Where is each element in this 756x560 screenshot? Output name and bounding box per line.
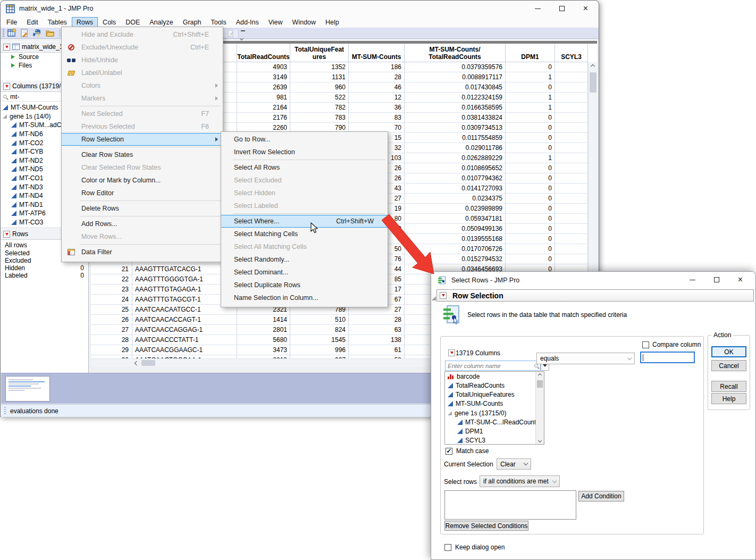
cell-dpm1[interactable]: 0	[506, 82, 555, 92]
vertical-scroll-thumb[interactable]	[590, 72, 597, 93]
cell-dpm1[interactable]: 0	[506, 62, 555, 72]
cell-dpm1[interactable]: 0	[506, 214, 555, 223]
menu-item-invert-row-selection[interactable]: Invert Row Selection	[221, 146, 388, 158]
cell-trc[interactable]: 2164	[237, 103, 290, 112]
cell-ratio[interactable]: 0.017430845	[405, 82, 506, 92]
dialog-column-item-totaluniquefeatures[interactable]: TotalUniqueFeatures	[445, 390, 535, 399]
menu-item-clear-row-states[interactable]: Clear Row States	[62, 148, 223, 161]
menu-item-delete-rows[interactable]: Delete Rows	[62, 202, 223, 215]
minimize-button[interactable]	[526, 1, 550, 16]
open-folder-icon[interactable]	[45, 28, 55, 38]
menubar-item-window[interactable]: Window	[288, 17, 321, 28]
dialog-maximize-button[interactable]	[704, 272, 728, 288]
rows-panel-red-triangle-icon[interactable]	[3, 231, 10, 238]
cell-msc[interactable]: 28	[349, 315, 405, 324]
cell-msc[interactable]: 28	[349, 72, 405, 82]
menu-item-select-where[interactable]: Select Where...Ctrl+Shift+W	[221, 215, 388, 228]
cell-ratio[interactable]: 0.0107794362	[405, 173, 506, 183]
menu-item-add-rows[interactable]: Add Rows...	[62, 218, 223, 230]
cell-scyl3[interactable]	[555, 153, 588, 163]
cell-ratio[interactable]: 0.0381433824	[405, 113, 506, 122]
dialog-search-input[interactable]	[448, 363, 534, 369]
cell-trc[interactable]: 2801	[237, 325, 290, 335]
close-button[interactable]: ×	[574, 1, 598, 16]
cell-scyl3[interactable]	[555, 183, 588, 193]
cell-tuf[interactable]: 522	[290, 93, 349, 102]
cell-n[interactable]: 25	[91, 305, 132, 314]
column-list-scroll-thumb[interactable]	[537, 380, 543, 388]
dialog-column-item-mt-sum-c-lreadcounts[interactable]: MT-SUM-C...lReadCounts	[445, 417, 535, 427]
cell-tuf[interactable]: 1545	[290, 335, 349, 345]
cell-ratio[interactable]: 0.0166358595	[405, 103, 506, 112]
python-icon[interactable]	[32, 28, 42, 38]
cell-dpm1[interactable]: 0	[506, 163, 555, 173]
cell-ratio[interactable]: 0.0379359576	[405, 62, 506, 72]
cell-trc[interactable]: 3473	[237, 345, 290, 355]
cell-n[interactable]: 27	[91, 325, 132, 335]
cell-dpm1[interactable]: 0	[506, 204, 555, 213]
dialog-column-item-mt-sum-counts[interactable]: MT-SUM-Counts	[445, 399, 535, 408]
cell-tuf[interactable]: 960	[290, 82, 349, 92]
cell-scyl3[interactable]	[555, 163, 588, 173]
cell-dpm1[interactable]: 0	[506, 143, 555, 153]
row-selection-red-triangle-icon[interactable]	[440, 292, 447, 299]
menubar-item-cols[interactable]: Cols	[98, 17, 121, 28]
cell-dpm1[interactable]: 1	[506, 93, 555, 102]
cell-dpm1[interactable]: 0	[506, 113, 555, 122]
cell-tuf[interactable]: 782	[290, 103, 349, 112]
cell-dpm1[interactable]: 0	[506, 254, 555, 264]
cell-trc[interactable]: 2639	[237, 82, 290, 92]
menubar-item-add-ins[interactable]: Add-Ins	[231, 17, 264, 28]
menubar-item-analyze[interactable]: Analyze	[145, 17, 178, 28]
scroll-up-icon[interactable]	[589, 62, 597, 71]
menu-item-select-all-rows[interactable]: Select All Rows	[221, 161, 388, 174]
cell-tuf[interactable]: 510	[290, 315, 349, 324]
cell-n[interactable]: 22	[91, 274, 132, 284]
toolbar-grip[interactable]	[3, 29, 4, 37]
cell-msc[interactable]: 83	[349, 113, 405, 122]
conditions-list[interactable]	[444, 490, 576, 520]
menubar-item-file[interactable]: File	[2, 17, 22, 28]
cell-dpm1[interactable]: 0	[506, 194, 555, 203]
cell-trc[interactable]: 3149	[237, 72, 290, 82]
cell-scyl3[interactable]	[555, 214, 588, 223]
recall-button[interactable]: Recall	[711, 381, 746, 392]
cell-scyl3[interactable]	[555, 93, 588, 102]
compare-column-checkbox[interactable]	[642, 341, 649, 348]
cell-trc[interactable]: 4903	[237, 62, 290, 72]
cell-scyl3[interactable]	[555, 234, 588, 244]
cell-dpm1[interactable]: 1	[506, 153, 555, 163]
cell-tuf[interactable]: 824	[290, 325, 349, 335]
scroll-left-icon[interactable]	[132, 359, 141, 367]
cell-msc[interactable]: 186	[349, 62, 405, 72]
dialog-column-item-totalreadcounts[interactable]: TotalReadCounts	[445, 381, 535, 390]
cell-barcode[interactable]: AAATCAACCCTATT-1	[132, 335, 237, 345]
table-panel-red-triangle-icon[interactable]	[3, 44, 10, 51]
cell-msc[interactable]: 138	[349, 335, 405, 345]
cell-tuf[interactable]: 1131	[290, 72, 349, 82]
cell-dpm1[interactable]: 0	[506, 173, 555, 183]
cell-scyl3[interactable]	[555, 113, 588, 122]
cell-tuf[interactable]: 783	[290, 113, 349, 122]
menubar-item-rows[interactable]: Rows	[72, 17, 98, 28]
cell-barcode[interactable]: AAATCAACGGAAGC-1	[132, 345, 237, 355]
cell-n[interactable]: 21	[91, 264, 132, 274]
menu-item-color-or-mark-by-column[interactable]: Color or Mark by Column...	[62, 174, 223, 187]
cell-scyl3[interactable]	[555, 62, 588, 72]
cell-ratio[interactable]: 0.0088917117	[405, 72, 506, 82]
cell-scyl3[interactable]	[555, 224, 588, 233]
column-header-mt-sum-counts[interactable]: MT-SUM-Counts	[349, 44, 405, 62]
menu-item-select-dominant[interactable]: Select Dominant...	[221, 266, 388, 279]
match-case-checkbox[interactable]	[446, 448, 452, 455]
cell-dpm1[interactable]: 1	[506, 72, 555, 82]
column-list-scroll-down-icon[interactable]	[536, 437, 544, 444]
column-list-scroll-up-icon[interactable]	[536, 372, 544, 379]
column-list-scrollbar[interactable]	[535, 372, 544, 444]
comparison-value-input[interactable]	[640, 352, 695, 363]
cell-dpm1[interactable]: 0	[506, 234, 555, 244]
menubar-item-doe[interactable]: DOE	[121, 17, 145, 28]
menu-item-data-filter[interactable]: Data Filter	[62, 246, 223, 258]
cell-ratio[interactable]: 0.0234375	[405, 194, 506, 203]
menubar-item-edit[interactable]: Edit	[22, 17, 43, 28]
dialog-column-item-scyl3[interactable]: SCYL3	[445, 436, 535, 445]
